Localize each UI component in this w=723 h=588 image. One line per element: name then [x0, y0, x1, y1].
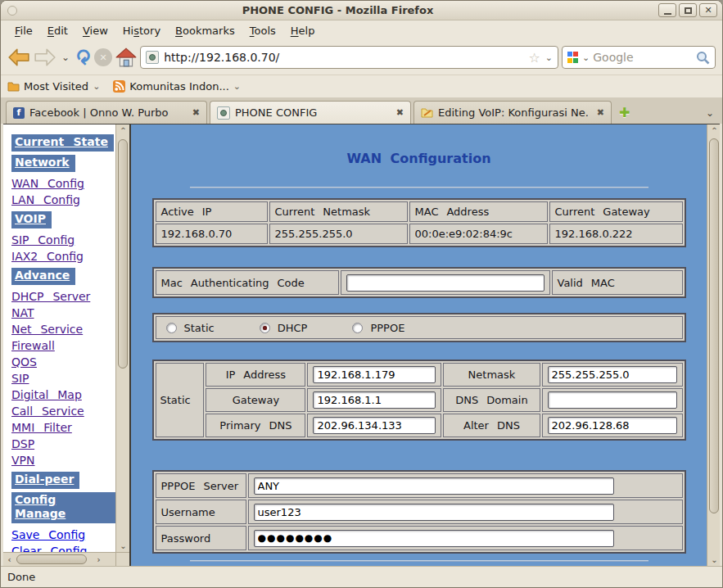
password-input[interactable]: [254, 530, 614, 547]
sidebar-item-qos[interactable]: QOS: [11, 354, 37, 370]
maximize-button[interactable]: [679, 3, 697, 17]
menu-bookmarks[interactable]: Bookmarks: [168, 23, 242, 38]
sidebar-item-save-config[interactable]: Save Config: [11, 527, 85, 543]
tab-facebook[interactable]: f Facebook | Onno W. Purbo ✖: [6, 101, 207, 124]
search-magnifier-icon[interactable]: [696, 51, 710, 65]
alter-dns-input[interactable]: [548, 417, 677, 434]
username-input[interactable]: [254, 504, 614, 521]
sidebar-header-current-state[interactable]: Current State: [11, 134, 114, 152]
sidebar-header-voip[interactable]: VOIP: [11, 211, 52, 228]
reload-button[interactable]: ⟳: [75, 47, 91, 67]
tab-label: Facebook | Onno W. Purbo: [29, 106, 184, 119]
forward-button[interactable]: [34, 47, 56, 67]
radio-static[interactable]: Static: [166, 322, 215, 334]
back-button[interactable]: [7, 47, 30, 67]
menu-help[interactable]: Help: [283, 23, 323, 38]
edit-page-icon: [421, 107, 433, 118]
radio-button-icon[interactable]: [352, 323, 363, 333]
sidebar-item-iax2-config[interactable]: IAX2 Config: [11, 248, 84, 265]
sidebar-item-nat[interactable]: NAT: [11, 305, 34, 321]
tab-list-dropdown-icon[interactable]: ⌄: [706, 107, 714, 119]
scroll-up-icon[interactable]: ⌃: [708, 124, 720, 137]
scroll-down-icon[interactable]: ⌄: [708, 554, 720, 566]
sidebar-item-wan-config[interactable]: WAN Config: [11, 175, 84, 192]
new-tab-button[interactable]: ✚: [619, 105, 630, 120]
netmask-input[interactable]: [548, 366, 677, 383]
radio-label: DHCP: [278, 322, 308, 334]
sidebar-frame: Current State Network WAN Config LAN Con…: [3, 124, 131, 566]
pppoe-server-input[interactable]: [254, 477, 614, 495]
home-button[interactable]: [115, 47, 137, 67]
main-vertical-scrollbar[interactable]: ⌃ ⌄: [707, 124, 720, 566]
sidebar-horizontal-scrollbar[interactable]: ‹ ›: [3, 552, 115, 566]
sidebar-header-advance[interactable]: Advance: [11, 268, 75, 285]
sidebar-item-call-service[interactable]: Call Service: [11, 403, 84, 419]
sidebar-header-dial-peer[interactable]: Dial-peer: [11, 472, 79, 489]
sidebar-item-mmi-filter[interactable]: MMI Filter: [11, 419, 72, 436]
tab-label: PHONE CONFIG: [235, 106, 388, 119]
tab-editing-voip[interactable]: Editing VoIP: Konfigurasi Ne... ✖: [413, 101, 612, 124]
menu-file[interactable]: File: [7, 23, 40, 38]
mac-auth-label: Mac Authenticating Code: [156, 270, 339, 295]
scroll-thumb[interactable]: [16, 554, 87, 564]
sidebar-item-digital-map[interactable]: Digital Map: [11, 387, 82, 403]
ip-address-input[interactable]: [313, 366, 436, 383]
scroll-thumb[interactable]: [709, 138, 719, 513]
search-input[interactable]: Google: [593, 51, 693, 64]
mac-auth-code-input[interactable]: [346, 274, 545, 292]
menu-tools[interactable]: Tools: [242, 23, 283, 38]
menu-edit[interactable]: Edit: [40, 23, 75, 38]
field-label: Primary DNS: [206, 414, 305, 437]
sidebar-header-network[interactable]: Network: [11, 155, 75, 172]
sidebar-item-sip[interactable]: SIP: [11, 370, 29, 387]
tab-close-icon[interactable]: ✖: [189, 107, 200, 118]
bookmark-most-visited[interactable]: Most Visited ⌄: [7, 80, 100, 93]
search-engine-dropdown-icon[interactable]: ⌄: [582, 52, 590, 63]
tab-close-icon[interactable]: ✖: [393, 107, 404, 118]
radio-button-icon[interactable]: [260, 323, 270, 333]
sidebar-item-dsp[interactable]: DSP: [11, 436, 34, 452]
scroll-right-icon[interactable]: ›: [93, 554, 105, 566]
scroll-up-icon[interactable]: ⌃: [117, 124, 129, 137]
page-title: WAN Configuration: [131, 151, 707, 166]
sidebar-header-config-manage[interactable]: Config Manage: [11, 492, 115, 523]
history-dropdown-icon[interactable]: ⌄: [60, 52, 71, 63]
stop-button[interactable]: ✕: [94, 48, 112, 66]
column-header: MAC Address: [409, 201, 548, 222]
sidebar-item-dhcp-server[interactable]: DHCP Server: [11, 288, 90, 305]
radio-dhcp[interactable]: DHCP: [260, 322, 308, 334]
chevron-down-icon: ⌄: [93, 81, 100, 92]
sidebar-item-lan-config[interactable]: LAN Config: [11, 192, 80, 208]
sidebar-item-net-service[interactable]: Net Service: [11, 321, 83, 337]
minimize-button[interactable]: [658, 3, 676, 17]
gateway-input[interactable]: [313, 391, 436, 409]
menu-view[interactable]: View: [75, 23, 115, 38]
close-button[interactable]: ✕: [699, 3, 717, 17]
radio-button-icon[interactable]: [166, 323, 177, 333]
sidebar-item-firewall[interactable]: Firewall: [11, 337, 55, 354]
sidebar-item-vpn[interactable]: VPN: [11, 452, 35, 468]
url-bar[interactable]: http://192.168.0.70/ ☆ ⌄: [140, 46, 558, 69]
scroll-down-icon[interactable]: ⌄: [117, 540, 129, 552]
sidebar-item-clear-config[interactable]: Clear Config: [11, 543, 87, 552]
window-titlebar[interactable]: PHONE CONFIG - Mozilla Firefox ✕: [1, 1, 722, 20]
sidebar-vertical-scrollbar[interactable]: ⌃ ⌄: [115, 124, 129, 552]
url-dropdown-icon[interactable]: ⌄: [545, 52, 553, 63]
scroll-thumb[interactable]: [118, 139, 128, 369]
mac-auth-table: Mac Authenticating Code Valid MAC: [152, 267, 686, 298]
scroll-left-icon[interactable]: ‹: [3, 554, 16, 566]
window-icon: [7, 6, 17, 16]
facebook-icon: f: [13, 107, 25, 119]
sidebar-item-sip-config[interactable]: SIP Config: [11, 232, 75, 248]
bookmark-star-icon[interactable]: ☆: [528, 50, 540, 66]
tab-close-icon[interactable]: ✖: [594, 107, 604, 118]
radio-pppoe[interactable]: PPPOE: [352, 322, 404, 334]
primary-dns-input[interactable]: [313, 417, 436, 434]
dns-domain-input[interactable]: [548, 391, 677, 409]
url-text[interactable]: http://192.168.0.70/: [164, 51, 523, 64]
tab-phone-config[interactable]: PHONE CONFIG ✖: [210, 101, 411, 124]
menu-history[interactable]: History: [115, 23, 168, 38]
bookmark-komunitas[interactable]: Komunitas Indon... ⌄: [113, 80, 241, 93]
search-box[interactable]: ⌄ Google: [562, 46, 716, 69]
radio-label: Static: [184, 322, 215, 334]
